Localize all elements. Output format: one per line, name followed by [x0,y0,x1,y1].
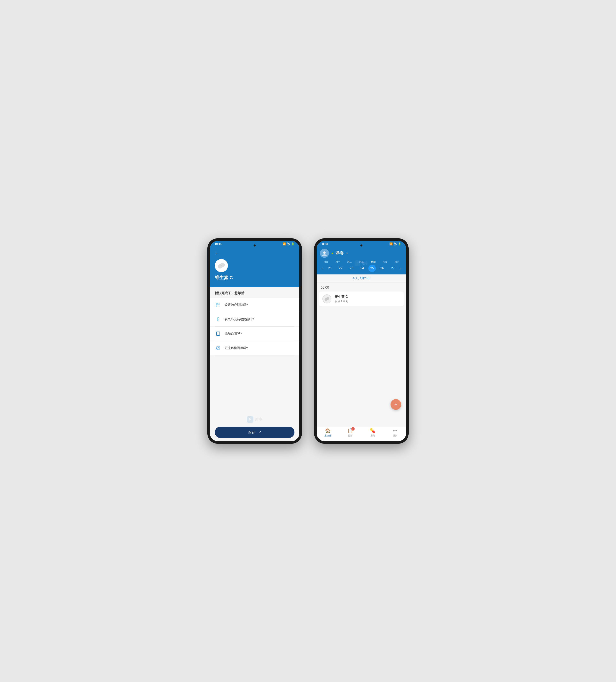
phone2-header: ✦ 游客 ▼ F 趣享 周日 周一 周二 周三 周四 [317,247,406,274]
signal-icon-1: 📶 [283,243,286,246]
day-tue: 周二 [345,260,354,263]
med-pill-icon [323,294,331,303]
cal-prev[interactable]: ‹ [321,266,324,271]
date-22[interactable]: 22 [336,265,345,272]
bottle-icon [215,316,221,322]
medicines-icon: 💊 [370,428,375,433]
checkmark-icon: ✓ [258,430,261,435]
status-time-1: 10:11 [215,243,221,246]
day-thu: 周四 [369,260,378,263]
user-row: ✦ 游客 ▼ [320,249,403,258]
menu-item-notes[interactable]: 添加说明吗? [210,326,299,341]
phone-1: 10:11 📶 📡 🔋 ← 维生素 C 就快完成了。您希望: [207,238,302,444]
updates-badge: 2 [351,427,355,431]
med-name: 维生素 C [335,295,400,299]
status-icons-1: 📶 📡 🔋 [283,243,294,246]
nav-home-label: 主按键 [325,434,331,437]
avatar [320,249,329,258]
watermark-1: F 趣享 [247,416,262,423]
menu-item-refill[interactable]: 获取补充药物提醒吗? [210,312,299,326]
day-sun: 周日 [321,260,330,263]
med-info: 维生素 C 服用 1 药丸 [335,295,400,303]
phone1-content: 就快完成了。您希望: [210,287,299,441]
fab-button[interactable]: + [390,399,401,410]
date-24[interactable]: 24 [358,265,367,272]
svg-point-19 [218,333,218,333]
date-23[interactable]: 23 [347,265,356,272]
nav-medicines-label: 用药 [371,434,375,437]
svg-point-22 [323,251,326,254]
phones-container: 10:11 📶 📡 🔋 ← 维生素 C 就快完成了。您希望: [207,238,409,444]
phone2-content: 09:00 维生素 C 服用 1 药丸 + [317,282,406,426]
medicine-icon [215,259,228,272]
cal-next[interactable]: › [399,266,402,271]
bottom-nav: 🏠 主按键 📋 2 更新 💊 用药 ••• 更多 [317,426,406,441]
date-25[interactable]: 25 [369,265,376,272]
medicine-name: 维生素 C [215,275,294,281]
section-title: 就快完成了。您希望: [210,287,299,298]
svg-point-15 [218,320,218,320]
user-name: 游客 [335,251,344,256]
menu-text-refill: 获取补充药物提醒吗? [224,317,254,321]
day-wed: 周三 [357,260,366,263]
info-icon [215,330,221,337]
dropdown-arrow[interactable]: ▼ [346,252,348,255]
date-21[interactable]: 21 [326,265,334,272]
phone-1-inner: 10:11 📶 📡 🔋 ← 维生素 C 就快完成了。您希望: [210,241,299,441]
day-fri: 周五 [380,260,389,263]
menu-text-treatment: 设置治疗期间吗? [224,303,248,307]
nav-updates-label: 更新 [348,434,353,437]
day-mon: 周一 [333,260,342,263]
phone1-header: ← 维生素 C [210,247,299,287]
save-label: 保存 [248,430,255,435]
save-button[interactable]: 保存 ✓ [215,427,294,438]
time-slot-0900: 09:00 [317,282,406,291]
nav-medicines[interactable]: 💊 用药 [366,428,379,437]
nav-home[interactable]: 🏠 主按键 [322,428,334,437]
save-bar: 保存 ✓ [210,423,299,441]
med-dose: 服用 1 药丸 [335,299,400,303]
date-26[interactable]: 26 [378,265,387,272]
medicine-card[interactable]: 维生素 C 服用 1 药丸 [319,292,404,306]
calendar-dates: ‹ 21 22 23 24 25 26 27 › [320,265,403,272]
camera-dot-2 [360,245,362,247]
nav-more-label: 更多 [393,434,397,437]
back-button[interactable]: ← [215,250,294,256]
nav-badge-updates: 📋 2 [348,428,353,433]
pill-shape [217,262,226,269]
mini-pill [324,296,330,301]
nav-updates[interactable]: 📋 2 更新 [344,428,356,437]
phone-2-inner: 10:11 📶 📡 🔋 ✦ [317,241,406,441]
phone-2: 10:11 📶 📡 🔋 ✦ [314,238,409,444]
menu-text-notes: 添加说明吗? [224,332,242,336]
menu-text-icon: 更改药物图标吗? [224,346,248,350]
home-icon: 🏠 [325,428,331,433]
star-icon: ✦ [331,252,333,255]
fab-icon: + [394,402,397,408]
status-icons-2: 📶 📡 🔋 [389,243,401,246]
menu-item-treatment[interactable]: 设置治疗期间吗? [210,298,299,312]
edit-icon [215,345,221,351]
battery-icon-1: 🔋 [291,243,294,246]
camera-dot-1 [254,245,256,247]
wifi-icon-2: 📡 [394,243,397,246]
signal-icon-2: 📶 [389,243,393,246]
today-label: 今天, 1月25日 [317,274,406,282]
date-27[interactable]: 27 [388,265,397,272]
day-sat: 周六 [393,260,401,263]
more-icon: ••• [393,428,397,433]
wifi-icon-1: 📡 [287,243,290,246]
calendar-week-days: 周日 周一 周二 周三 周四 周五 周六 [320,260,403,263]
menu-item-icon[interactable]: 更改药物图标吗? [210,341,299,355]
battery-icon-2: 🔋 [398,243,401,246]
status-time-2: 10:11 [322,243,328,246]
nav-more[interactable]: ••• 更多 [389,428,401,437]
svg-point-23 [322,254,327,256]
calendar-icon [215,301,221,308]
